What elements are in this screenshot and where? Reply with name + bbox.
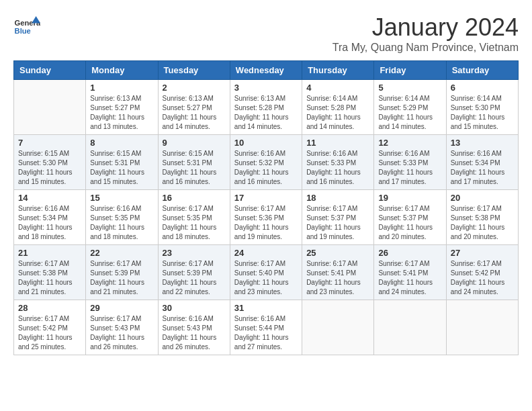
day-info: Sunrise: 6:16 AM Sunset: 5:34 PM Dayligh… (451, 149, 514, 187)
day-info: Sunrise: 6:17 AM Sunset: 5:39 PM Dayligh… (163, 259, 226, 297)
calendar-cell: 27Sunrise: 6:17 AM Sunset: 5:42 PM Dayli… (446, 245, 518, 300)
week-row-2: 7Sunrise: 6:15 AM Sunset: 5:30 PM Daylig… (14, 135, 519, 190)
day-info: Sunrise: 6:17 AM Sunset: 5:42 PM Dayligh… (18, 314, 81, 352)
day-number: 1 (90, 83, 153, 93)
calendar-cell: 11Sunrise: 6:16 AM Sunset: 5:33 PM Dayli… (302, 135, 374, 190)
calendar-cell: 9Sunrise: 6:15 AM Sunset: 5:31 PM Daylig… (158, 135, 230, 190)
calendar-cell: 22Sunrise: 6:17 AM Sunset: 5:39 PM Dayli… (86, 245, 158, 300)
logo: General Blue (13, 13, 43, 40)
calendar-cell: 6Sunrise: 6:14 AM Sunset: 5:30 PM Daylig… (446, 80, 518, 135)
day-info: Sunrise: 6:17 AM Sunset: 5:41 PM Dayligh… (378, 259, 441, 297)
calendar-table: SundayMondayTuesdayWednesdayThursdayFrid… (13, 60, 519, 355)
day-info: Sunrise: 6:16 AM Sunset: 5:35 PM Dayligh… (90, 204, 153, 242)
calendar-cell: 3Sunrise: 6:13 AM Sunset: 5:28 PM Daylig… (230, 80, 302, 135)
day-info: Sunrise: 6:15 AM Sunset: 5:31 PM Dayligh… (90, 149, 153, 187)
header-monday: Monday (86, 61, 158, 80)
day-number: 23 (163, 248, 226, 258)
header-friday: Friday (374, 61, 446, 80)
day-info: Sunrise: 6:16 AM Sunset: 5:33 PM Dayligh… (306, 149, 369, 187)
day-number: 30 (163, 303, 226, 313)
day-info: Sunrise: 6:14 AM Sunset: 5:29 PM Dayligh… (378, 94, 441, 132)
calendar-cell: 24Sunrise: 6:17 AM Sunset: 5:40 PM Dayli… (230, 245, 302, 300)
calendar-cell: 21Sunrise: 6:17 AM Sunset: 5:38 PM Dayli… (14, 245, 86, 300)
calendar-cell: 29Sunrise: 6:17 AM Sunset: 5:43 PM Dayli… (86, 300, 158, 355)
day-number: 9 (163, 138, 226, 148)
header-wednesday: Wednesday (230, 61, 302, 80)
day-number: 6 (451, 83, 514, 93)
header-thursday: Thursday (302, 61, 374, 80)
calendar-cell: 15Sunrise: 6:16 AM Sunset: 5:35 PM Dayli… (86, 190, 158, 245)
calendar-cell: 18Sunrise: 6:17 AM Sunset: 5:37 PM Dayli… (302, 190, 374, 245)
day-number: 16 (163, 193, 226, 203)
calendar-header-row: SundayMondayTuesdayWednesdayThursdayFrid… (14, 61, 519, 80)
day-number: 4 (306, 83, 369, 93)
day-number: 14 (18, 193, 81, 203)
day-info: Sunrise: 6:16 AM Sunset: 5:32 PM Dayligh… (234, 149, 298, 187)
day-number: 28 (18, 303, 81, 313)
calendar-cell: 8Sunrise: 6:15 AM Sunset: 5:31 PM Daylig… (86, 135, 158, 190)
day-number: 2 (163, 83, 226, 93)
day-number: 5 (378, 83, 441, 93)
day-info: Sunrise: 6:16 AM Sunset: 5:33 PM Dayligh… (378, 149, 441, 187)
day-number: 20 (451, 193, 514, 203)
calendar-cell: 23Sunrise: 6:17 AM Sunset: 5:39 PM Dayli… (158, 245, 230, 300)
day-info: Sunrise: 6:17 AM Sunset: 5:38 PM Dayligh… (451, 204, 514, 242)
calendar-cell (446, 300, 518, 355)
day-number: 12 (378, 138, 441, 148)
day-info: Sunrise: 6:14 AM Sunset: 5:28 PM Dayligh… (306, 94, 369, 132)
header-sunday: Sunday (14, 61, 86, 80)
day-info: Sunrise: 6:13 AM Sunset: 5:28 PM Dayligh… (234, 94, 298, 132)
day-number: 21 (18, 248, 81, 258)
title-section: January 2024 Tra My, Quang Nam Province,… (332, 13, 519, 54)
day-info: Sunrise: 6:13 AM Sunset: 5:27 PM Dayligh… (90, 94, 153, 132)
day-number: 29 (90, 303, 153, 313)
day-info: Sunrise: 6:15 AM Sunset: 5:31 PM Dayligh… (163, 149, 226, 187)
day-number: 11 (306, 138, 369, 148)
week-row-4: 21Sunrise: 6:17 AM Sunset: 5:38 PM Dayli… (14, 245, 519, 300)
calendar-cell: 5Sunrise: 6:14 AM Sunset: 5:29 PM Daylig… (374, 80, 446, 135)
day-number: 25 (306, 248, 369, 258)
calendar-cell: 19Sunrise: 6:17 AM Sunset: 5:37 PM Dayli… (374, 190, 446, 245)
calendar-cell: 10Sunrise: 6:16 AM Sunset: 5:32 PM Dayli… (230, 135, 302, 190)
calendar-cell: 30Sunrise: 6:16 AM Sunset: 5:43 PM Dayli… (158, 300, 230, 355)
calendar-cell: 31Sunrise: 6:16 AM Sunset: 5:44 PM Dayli… (230, 300, 302, 355)
day-info: Sunrise: 6:17 AM Sunset: 5:41 PM Dayligh… (306, 259, 369, 297)
calendar-cell: 17Sunrise: 6:17 AM Sunset: 5:36 PM Dayli… (230, 190, 302, 245)
day-info: Sunrise: 6:17 AM Sunset: 5:40 PM Dayligh… (234, 259, 298, 297)
location: Tra My, Quang Nam Province, Vietnam (332, 42, 519, 54)
day-number: 3 (234, 83, 298, 93)
day-info: Sunrise: 6:16 AM Sunset: 5:43 PM Dayligh… (163, 314, 226, 352)
week-row-5: 28Sunrise: 6:17 AM Sunset: 5:42 PM Dayli… (14, 300, 519, 355)
month-title: January 2024 (332, 13, 519, 42)
day-info: Sunrise: 6:17 AM Sunset: 5:36 PM Dayligh… (234, 204, 298, 242)
day-number: 17 (234, 193, 298, 203)
day-number: 10 (234, 138, 298, 148)
day-number: 31 (234, 303, 298, 313)
day-info: Sunrise: 6:13 AM Sunset: 5:27 PM Dayligh… (163, 94, 226, 132)
calendar-cell: 4Sunrise: 6:14 AM Sunset: 5:28 PM Daylig… (302, 80, 374, 135)
page-header: General Blue January 2024 Tra My, Quang … (13, 13, 519, 54)
logo-icon: General Blue (13, 13, 40, 40)
day-number: 27 (451, 248, 514, 258)
day-info: Sunrise: 6:17 AM Sunset: 5:43 PM Dayligh… (90, 314, 153, 352)
week-row-1: 1Sunrise: 6:13 AM Sunset: 5:27 PM Daylig… (14, 80, 519, 135)
header-saturday: Saturday (446, 61, 518, 80)
day-info: Sunrise: 6:17 AM Sunset: 5:42 PM Dayligh… (451, 259, 514, 297)
calendar-cell: 28Sunrise: 6:17 AM Sunset: 5:42 PM Dayli… (14, 300, 86, 355)
calendar-cell: 25Sunrise: 6:17 AM Sunset: 5:41 PM Dayli… (302, 245, 374, 300)
header-tuesday: Tuesday (158, 61, 230, 80)
day-info: Sunrise: 6:14 AM Sunset: 5:30 PM Dayligh… (451, 94, 514, 132)
calendar-cell: 1Sunrise: 6:13 AM Sunset: 5:27 PM Daylig… (86, 80, 158, 135)
day-info: Sunrise: 6:15 AM Sunset: 5:30 PM Dayligh… (18, 149, 81, 187)
day-number: 18 (306, 193, 369, 203)
calendar-cell: 13Sunrise: 6:16 AM Sunset: 5:34 PM Dayli… (446, 135, 518, 190)
calendar-cell: 26Sunrise: 6:17 AM Sunset: 5:41 PM Dayli… (374, 245, 446, 300)
calendar-cell: 12Sunrise: 6:16 AM Sunset: 5:33 PM Dayli… (374, 135, 446, 190)
day-number: 24 (234, 248, 298, 258)
svg-text:Blue: Blue (15, 27, 31, 35)
day-info: Sunrise: 6:17 AM Sunset: 5:35 PM Dayligh… (163, 204, 226, 242)
day-number: 15 (90, 193, 153, 203)
calendar-cell: 14Sunrise: 6:16 AM Sunset: 5:34 PM Dayli… (14, 190, 86, 245)
day-number: 8 (90, 138, 153, 148)
day-info: Sunrise: 6:17 AM Sunset: 5:39 PM Dayligh… (90, 259, 153, 297)
